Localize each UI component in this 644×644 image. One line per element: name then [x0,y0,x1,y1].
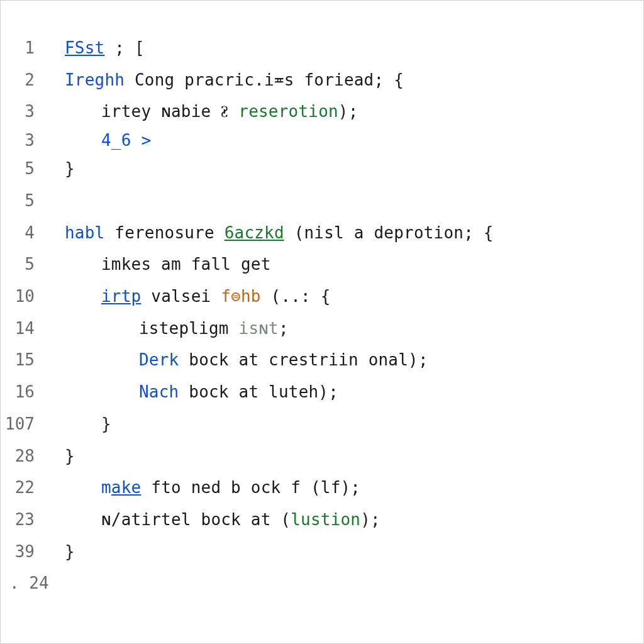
token: reserotion [238,102,338,121]
code-line[interactable]: 1FSst ; [ [1,32,643,64]
token [141,287,151,306]
token: Nach [139,382,179,401]
token: ake [111,478,142,497]
code-editor[interactable]: 1FSst ; [2Ireghh Cong pracric.i≖s foriea… [0,0,644,644]
code-content[interactable]: imkes am fall get [46,248,643,280]
token: (..: { [261,287,331,306]
code-line[interactable]: 4habl ferenosure 6aczkd (nisl a deprotio… [1,217,643,249]
line-number: 2 [1,64,46,96]
token: } [65,447,75,465]
token: fto ned b ock f (lf); [141,478,360,497]
code-line[interactable]: 28} [1,440,643,472]
token: ); [360,510,380,529]
token [65,191,75,210]
code-content[interactable]: } [46,440,643,472]
token: ; [279,319,289,338]
token: 4_6 [101,131,141,150]
line-number: 16 [1,376,46,408]
code-line[interactable]: 14istepligm isɴt; [1,313,643,345]
token: } [101,414,111,433]
line-number: 15 [1,344,46,376]
token: } [65,159,75,178]
code-content[interactable]: } [46,536,643,568]
token: ɴabie [161,102,221,121]
code-content[interactable]: Ireghh Cong pracric.i≖s foriead; { [46,64,643,96]
line-number: 23 [1,504,46,536]
code-content[interactable]: Derk bock at crestriin onal); [46,344,643,376]
token: imkes am fall get [101,255,271,274]
token: lustion [291,510,360,529]
code-content[interactable]: ɴ/atirtel bock at (lustion); [46,504,643,536]
code-line[interactable]: 22make fto ned b ock f (lf); [1,472,643,504]
token: ᴤ [221,102,238,121]
line-number: 5 [1,185,46,217]
line-number: 22 [1,472,46,504]
code-line[interactable]: 5imkes am fall get [1,248,643,280]
token: isɴt [239,319,279,338]
token: bock at crestriin onal); [179,350,428,369]
line-number: 4 [1,217,46,249]
code-content[interactable]: habl ferenosure 6aczkd (nisl a deprotion… [46,217,643,249]
line-number: 5 [1,153,46,185]
line-number: . 24 [1,567,46,599]
token: bock at ( [191,510,291,529]
token: Cong pracric.i≖s foriead; { [125,70,404,89]
token: ferenosure [104,223,224,242]
line-number: 3 [1,128,46,153]
token: istepligm [139,319,239,338]
line-number: 14 [1,313,46,345]
code-content[interactable]: 4_6 > [46,128,643,153]
code-line[interactable]: 39} [1,536,643,568]
line-number: 3 [1,96,46,128]
code-content[interactable]: irtp valsei f⊜hb (..: { [46,280,643,313]
token: ; [ [104,38,144,57]
code-line[interactable]: . 24 [1,567,643,599]
token: (nisl a deprotion; { [284,223,494,242]
code-content[interactable]: istepligm isɴt; [46,313,643,345]
code-line[interactable]: 23ɴ/atirtel bock at (lustion); [1,504,643,536]
code-content[interactable]: } [46,408,643,440]
code-content[interactable]: make fto ned b ock f (lf); [46,472,643,504]
line-number: 1 [1,32,46,64]
line-number: 107 [1,408,46,440]
token: bock at luteh); [179,382,338,401]
token: ɴ/atirtel [101,510,191,529]
code-line[interactable]: 15Derk bock at crestriin onal); [1,344,643,376]
line-number: 39 [1,536,46,568]
code-line[interactable]: 34_6 > [1,128,643,153]
code-line[interactable]: 107} [1,408,643,440]
line-number: 28 [1,440,46,472]
code-line[interactable]: 5} [1,153,643,185]
code-line[interactable]: 16Nach bock at luteh); [1,376,643,408]
token: > [141,131,151,150]
token: Derk [139,350,179,369]
token: Ireghh [65,70,125,89]
code-line[interactable]: 3irtey ɴabie ᴤ reserotion); [1,96,643,128]
code-content[interactable]: Nach bock at luteh); [46,376,643,408]
token: v [151,287,161,306]
code-content[interactable]: FSst ; [ [46,32,643,64]
code-content[interactable]: } [46,153,643,185]
code-content[interactable]: irtey ɴabie ᴤ reserotion); [46,96,643,128]
token: habl [65,223,104,242]
code-line[interactable]: 5 [1,185,643,217]
token: ); [338,102,358,121]
code-line[interactable]: 2Ireghh Cong pracric.i≖s foriead; { [1,64,643,96]
token: 6aczkd [225,223,284,242]
code-line[interactable]: 10irtp valsei f⊜hb (..: { [1,280,643,313]
line-number: 5 [1,248,46,280]
token: alsei [161,287,221,306]
code-content[interactable] [46,185,643,217]
token: irtey [101,102,161,121]
token: irtp [101,287,141,306]
token: } [65,542,75,561]
token: f⊜hb [221,287,260,306]
token: m [101,478,111,497]
line-number: 10 [1,280,46,313]
token: FSst [65,38,104,57]
